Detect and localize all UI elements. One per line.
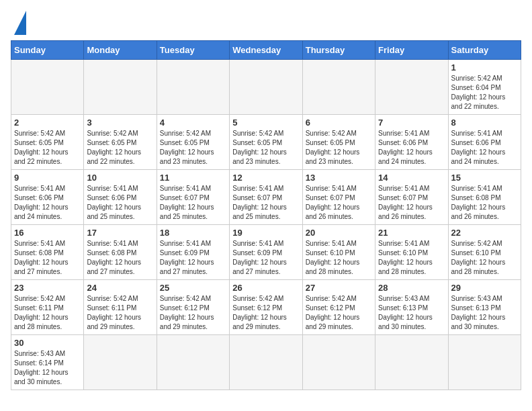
day-info: Sunrise: 5:42 AMSunset: 6:05 PMDaylight:… <box>87 129 153 167</box>
day-number: 20 <box>306 228 372 238</box>
day-number: 22 <box>451 228 518 238</box>
header-friday: Friday <box>375 41 448 60</box>
table-row: 14Sunrise: 5:41 AMSunset: 6:07 PMDayligh… <box>375 170 448 225</box>
weekday-header-row: Sunday Monday Tuesday Wednesday Thursday… <box>11 41 521 60</box>
table-row: 29Sunrise: 5:43 AMSunset: 6:13 PMDayligh… <box>448 280 521 335</box>
day-info: Sunrise: 5:41 AMSunset: 6:06 PMDaylight:… <box>451 129 518 167</box>
day-info: Sunrise: 5:41 AMSunset: 6:08 PMDaylight:… <box>87 239 153 277</box>
calendar-row: 30Sunrise: 5:43 AMSunset: 6:14 PMDayligh… <box>11 335 521 390</box>
day-number: 1 <box>451 62 518 73</box>
day-number: 4 <box>160 118 226 128</box>
table-row <box>84 335 157 390</box>
day-info: Sunrise: 5:43 AMSunset: 6:13 PMDaylight:… <box>451 294 518 332</box>
table-row: 30Sunrise: 5:43 AMSunset: 6:14 PMDayligh… <box>11 335 84 390</box>
table-row <box>375 335 448 390</box>
day-number: 7 <box>378 118 445 128</box>
table-row: 7Sunrise: 5:41 AMSunset: 6:06 PMDaylight… <box>375 115 448 170</box>
day-info: Sunrise: 5:41 AMSunset: 6:07 PMDaylight:… <box>306 184 372 222</box>
day-info: Sunrise: 5:41 AMSunset: 6:07 PMDaylight:… <box>232 184 299 222</box>
day-number: 30 <box>14 338 81 348</box>
table-row: 18Sunrise: 5:41 AMSunset: 6:09 PMDayligh… <box>157 225 229 280</box>
table-row: 22Sunrise: 5:42 AMSunset: 6:10 PMDayligh… <box>448 225 521 280</box>
day-info: Sunrise: 5:42 AMSunset: 6:05 PMDaylight:… <box>160 129 226 167</box>
header-thursday: Thursday <box>302 41 375 60</box>
day-info: Sunrise: 5:42 AMSunset: 6:04 PMDaylight:… <box>451 74 518 111</box>
day-info: Sunrise: 5:41 AMSunset: 6:07 PMDaylight:… <box>378 184 445 222</box>
table-row: 11Sunrise: 5:41 AMSunset: 6:07 PMDayligh… <box>157 170 229 225</box>
day-info: Sunrise: 5:41 AMSunset: 6:07 PMDaylight:… <box>160 184 226 222</box>
calendar: Sunday Monday Tuesday Wednesday Thursday… <box>11 40 521 390</box>
day-info: Sunrise: 5:41 AMSunset: 6:09 PMDaylight:… <box>160 239 226 277</box>
day-info: Sunrise: 5:42 AMSunset: 6:05 PMDaylight:… <box>232 129 299 167</box>
table-row: 24Sunrise: 5:42 AMSunset: 6:11 PMDayligh… <box>84 280 157 335</box>
day-info: Sunrise: 5:42 AMSunset: 6:12 PMDaylight:… <box>306 294 372 332</box>
day-number: 17 <box>87 228 153 238</box>
day-number: 2 <box>14 118 81 128</box>
table-row: 15Sunrise: 5:41 AMSunset: 6:08 PMDayligh… <box>448 170 521 225</box>
day-number: 29 <box>451 283 518 293</box>
day-info: Sunrise: 5:41 AMSunset: 6:06 PMDaylight:… <box>378 129 445 167</box>
table-row: 4Sunrise: 5:42 AMSunset: 6:05 PMDaylight… <box>157 115 229 170</box>
day-info: Sunrise: 5:42 AMSunset: 6:11 PMDaylight:… <box>87 294 153 332</box>
day-info: Sunrise: 5:41 AMSunset: 6:10 PMDaylight:… <box>306 239 372 277</box>
header-tuesday: Tuesday <box>157 41 229 60</box>
header-sunday: Sunday <box>11 41 84 60</box>
table-row <box>157 60 229 115</box>
table-row: 13Sunrise: 5:41 AMSunset: 6:07 PMDayligh… <box>302 170 375 225</box>
table-row: 28Sunrise: 5:43 AMSunset: 6:13 PMDayligh… <box>375 280 448 335</box>
day-number: 14 <box>378 173 445 183</box>
day-info: Sunrise: 5:41 AMSunset: 6:10 PMDaylight:… <box>378 239 445 277</box>
table-row: 23Sunrise: 5:42 AMSunset: 6:11 PMDayligh… <box>11 280 84 335</box>
day-number: 16 <box>14 228 81 238</box>
logo <box>11 11 26 35</box>
table-row: 17Sunrise: 5:41 AMSunset: 6:08 PMDayligh… <box>84 225 157 280</box>
day-number: 5 <box>232 118 299 128</box>
day-info: Sunrise: 5:43 AMSunset: 6:14 PMDaylight:… <box>14 349 81 387</box>
day-number: 27 <box>306 283 372 293</box>
day-info: Sunrise: 5:42 AMSunset: 6:05 PMDaylight:… <box>306 129 372 167</box>
day-info: Sunrise: 5:41 AMSunset: 6:06 PMDaylight:… <box>14 184 81 222</box>
day-info: Sunrise: 5:41 AMSunset: 6:08 PMDaylight:… <box>451 184 518 222</box>
calendar-row: 2Sunrise: 5:42 AMSunset: 6:05 PMDaylight… <box>11 115 521 170</box>
calendar-row: 23Sunrise: 5:42 AMSunset: 6:11 PMDayligh… <box>11 280 521 335</box>
header <box>11 11 521 35</box>
table-row: 20Sunrise: 5:41 AMSunset: 6:10 PMDayligh… <box>302 225 375 280</box>
day-info: Sunrise: 5:41 AMSunset: 6:08 PMDaylight:… <box>14 239 81 277</box>
day-number: 13 <box>306 173 372 183</box>
calendar-row: 9Sunrise: 5:41 AMSunset: 6:06 PMDaylight… <box>11 170 521 225</box>
table-row: 3Sunrise: 5:42 AMSunset: 6:05 PMDaylight… <box>84 115 157 170</box>
day-number: 18 <box>160 228 226 238</box>
header-monday: Monday <box>84 41 157 60</box>
table-row <box>84 60 157 115</box>
table-row: 25Sunrise: 5:42 AMSunset: 6:12 PMDayligh… <box>157 280 229 335</box>
day-info: Sunrise: 5:42 AMSunset: 6:05 PMDaylight:… <box>14 129 81 167</box>
table-row: 1Sunrise: 5:42 AMSunset: 6:04 PMDaylight… <box>448 60 521 115</box>
day-number: 8 <box>451 118 518 128</box>
day-number: 12 <box>232 173 299 183</box>
day-info: Sunrise: 5:41 AMSunset: 6:06 PMDaylight:… <box>87 184 153 222</box>
day-number: 15 <box>451 173 518 183</box>
day-info: Sunrise: 5:43 AMSunset: 6:13 PMDaylight:… <box>378 294 445 332</box>
table-row <box>375 60 448 115</box>
table-row: 6Sunrise: 5:42 AMSunset: 6:05 PMDaylight… <box>302 115 375 170</box>
table-row <box>157 335 229 390</box>
day-number: 3 <box>87 118 153 128</box>
table-row <box>11 60 84 115</box>
table-row: 26Sunrise: 5:42 AMSunset: 6:12 PMDayligh… <box>230 280 302 335</box>
table-row <box>230 60 302 115</box>
day-number: 19 <box>232 228 299 238</box>
day-info: Sunrise: 5:42 AMSunset: 6:12 PMDaylight:… <box>232 294 299 332</box>
day-info: Sunrise: 5:42 AMSunset: 6:10 PMDaylight:… <box>451 239 518 277</box>
day-number: 11 <box>160 173 226 183</box>
calendar-row: 1Sunrise: 5:42 AMSunset: 6:04 PMDaylight… <box>11 60 521 115</box>
table-row: 5Sunrise: 5:42 AMSunset: 6:05 PMDaylight… <box>230 115 302 170</box>
day-number: 6 <box>306 118 372 128</box>
logo-triangle-icon <box>14 11 26 35</box>
table-row <box>302 335 375 390</box>
day-number: 26 <box>232 283 299 293</box>
day-number: 9 <box>14 173 81 183</box>
table-row: 19Sunrise: 5:41 AMSunset: 6:09 PMDayligh… <box>230 225 302 280</box>
day-info: Sunrise: 5:42 AMSunset: 6:12 PMDaylight:… <box>160 294 226 332</box>
table-row: 2Sunrise: 5:42 AMSunset: 6:05 PMDaylight… <box>11 115 84 170</box>
day-number: 24 <box>87 283 153 293</box>
